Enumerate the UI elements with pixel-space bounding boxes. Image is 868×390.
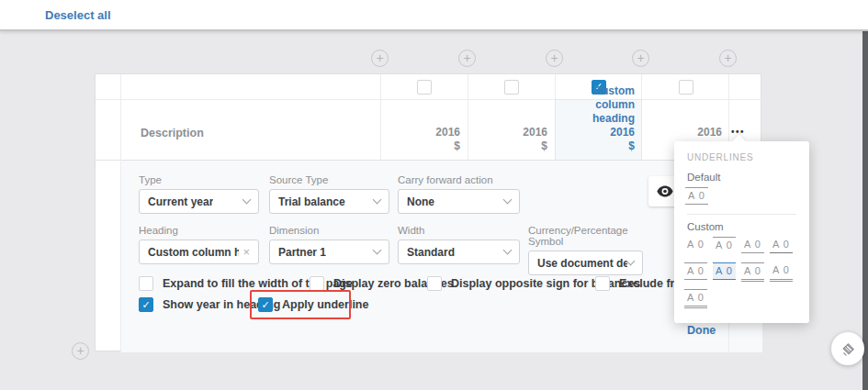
underline-options-grid: A 0A 0A 0A 0A 0A 0A 0A 0A 0 (684, 237, 798, 306)
dropdown-select[interactable]: Use document default (528, 251, 643, 275)
column-heading-line: 2016 (610, 126, 635, 139)
column-select-checkbox[interactable] (679, 80, 693, 95)
field-value: Standard (407, 246, 455, 259)
checkbox[interactable] (139, 276, 153, 291)
field-label: Dimension (269, 225, 389, 236)
field-value: Custom column heading (148, 246, 239, 259)
done-button[interactable]: Done (687, 324, 716, 337)
field-label: Carry forward action (398, 174, 520, 185)
column-heading-line: Custom column heading (561, 84, 635, 126)
underline-option[interactable]: A 0 (741, 262, 764, 280)
add-column-icon[interactable]: + (371, 50, 389, 67)
top-toolbar: Deselect all (0, 0, 868, 31)
chevron-down-icon (626, 257, 636, 266)
field-value: None (407, 195, 434, 208)
underline-default-option[interactable]: A 0 (685, 187, 708, 205)
column-select-cell (468, 74, 555, 99)
field-label: Source Type (269, 174, 389, 185)
add-column-icon[interactable]: + (632, 50, 649, 67)
column-heading-line: 2016 (435, 126, 460, 139)
chevron-down-icon (373, 246, 382, 255)
field-width: WidthStandard (398, 225, 520, 264)
dropdown-select[interactable]: Trial balance (269, 189, 389, 214)
underline-option[interactable]: A 0 (684, 289, 707, 306)
column-select-row: ✓ (380, 74, 729, 99)
field-heading: HeadingCustom column heading× (139, 225, 259, 264)
field-type: TypeCurrent year (139, 174, 259, 214)
underline-option[interactable]: A 0 (684, 237, 707, 253)
column-heading-line: $ (541, 139, 547, 153)
column-heading-line: 2016 (523, 126, 547, 139)
field-dimension: DimensionPartner 1 (269, 225, 389, 264)
column-select-checkbox[interactable] (504, 80, 519, 95)
underlines-custom-label: Custom (687, 221, 724, 232)
field-value: Current year (148, 195, 213, 208)
field-carry-forward-action: Carry forward actionNone (398, 174, 520, 214)
checkbox[interactable] (595, 276, 610, 291)
field-label: Type (139, 174, 259, 185)
column-heading-line: $ (454, 139, 460, 153)
dropdown-select[interactable]: None (398, 189, 520, 214)
add-column-icon[interactable]: + (458, 50, 476, 67)
checkbox[interactable] (427, 276, 442, 291)
eye-icon (657, 185, 673, 197)
clear-icon[interactable]: × (242, 245, 250, 259)
underline-option[interactable]: A 0 (684, 262, 707, 280)
column-heading-cell[interactable]: Custom column heading2016$ (555, 99, 642, 160)
floating-action-button[interactable] (831, 332, 864, 365)
underline-default-sample: A 0 (685, 186, 708, 205)
field-source-type: Source TypeTrial balance (269, 174, 389, 214)
column-select-cell (642, 74, 729, 99)
chevron-down-icon (242, 195, 252, 205)
underline-option[interactable]: A 0 (770, 237, 793, 253)
layers-icon (840, 340, 857, 358)
deselect-all-link[interactable]: Deselect all (45, 8, 111, 22)
field-value: Use document default (537, 257, 627, 270)
dropdown-select[interactable]: Standard (398, 240, 520, 264)
checkbox[interactable]: ✓ (139, 297, 153, 312)
field-label: Width (398, 225, 520, 236)
red-highlight-box (250, 290, 351, 319)
divider (96, 160, 762, 161)
underline-option[interactable]: A 0 (741, 237, 764, 253)
chevron-down-icon (503, 195, 513, 205)
underline-option[interactable]: A 0 (713, 262, 736, 280)
column-border (120, 74, 121, 352)
underline-option[interactable]: A 0 (713, 237, 736, 253)
underlines-popup: UNDERLINES Default A 0 Custom A 0A 0A 0A… (674, 141, 809, 323)
dropdown-select[interactable]: Current year (139, 189, 259, 214)
field-value: Trial balance (278, 195, 345, 208)
chevron-down-icon (373, 195, 382, 205)
underline-option[interactable]: A 0 (770, 262, 793, 280)
underlines-popup-title: UNDERLINES (687, 152, 753, 162)
description-column-header: Description (141, 127, 204, 139)
scrollbar-track[interactable] (862, 31, 868, 390)
column-heading-line: $ (628, 139, 635, 153)
column-heading-line: 2016 (697, 126, 722, 139)
add-column-icon[interactable]: + (719, 50, 737, 67)
column-heading-cell[interactable]: 2016$ (468, 99, 555, 160)
column-select-checkbox[interactable] (417, 80, 432, 95)
field-label: Heading (139, 225, 259, 236)
column-select-cell (380, 74, 468, 99)
column-heading-cell[interactable]: 2016$ (380, 99, 468, 160)
add-column-icon[interactable]: + (546, 50, 563, 67)
checkbox[interactable] (310, 276, 324, 291)
add-row-icon[interactable]: + (72, 342, 89, 360)
field-currency-percentage-symbol: Currency/Percentage SymbolUse document d… (528, 225, 643, 275)
chevron-down-icon (503, 246, 513, 255)
field-label: Currency/Percentage Symbol (528, 225, 643, 247)
dropdown-select[interactable]: Partner 1 (269, 240, 389, 264)
divider (687, 214, 796, 215)
underlines-default-label: Default (687, 172, 720, 183)
app-canvas: Deselect all + + + + + + ✓ Description 2… (0, 0, 868, 390)
text-input[interactable]: Custom column heading× (139, 240, 259, 264)
field-value: Partner 1 (278, 246, 326, 259)
